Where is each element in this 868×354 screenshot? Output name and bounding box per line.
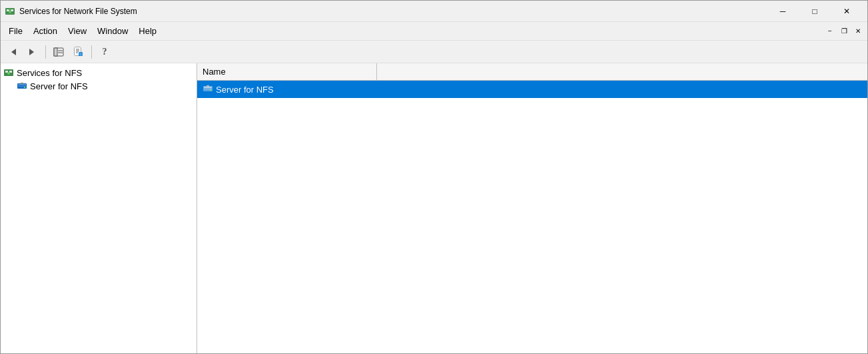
forward-button[interactable] bbox=[23, 43, 42, 61]
close-icon: ✕ bbox=[843, 7, 850, 16]
list-cell-name: Server for NFS bbox=[197, 81, 377, 98]
mdi-restore-icon: ❐ bbox=[841, 27, 847, 35]
server-nfs-list-icon bbox=[203, 83, 213, 96]
properties-icon: i bbox=[73, 47, 84, 57]
menu-bar-controls: − ❐ ✕ bbox=[823, 25, 865, 37]
maximize-icon: □ bbox=[812, 7, 817, 16]
menu-action[interactable]: Action bbox=[28, 24, 63, 38]
minimize-button[interactable]: ─ bbox=[767, 3, 798, 19]
svg-point-19 bbox=[7, 72, 10, 75]
menu-file[interactable]: File bbox=[3, 24, 28, 38]
back-icon bbox=[9, 49, 16, 55]
svg-rect-21 bbox=[18, 84, 26, 85]
server-nfs-tree-icon bbox=[17, 81, 27, 91]
mdi-minimize-button[interactable]: − bbox=[823, 25, 837, 37]
app-icon bbox=[5, 6, 15, 17]
tree-panel: Services for NFS Server for NFS bbox=[1, 63, 197, 353]
list-row[interactable]: Server for NFS bbox=[197, 81, 867, 98]
svg-rect-4 bbox=[9, 9, 11, 10]
properties-button[interactable]: i bbox=[69, 43, 88, 61]
maximize-button[interactable]: □ bbox=[799, 3, 830, 19]
svg-rect-22 bbox=[18, 86, 26, 87]
show-hide-console-tree-button[interactable] bbox=[49, 43, 68, 61]
tree-item-server-nfs[interactable]: Server for NFS bbox=[1, 79, 197, 93]
svg-point-23 bbox=[24, 87, 25, 88]
toolbar-separator-2 bbox=[91, 45, 92, 59]
svg-point-28 bbox=[210, 89, 211, 91]
svg-rect-24 bbox=[21, 83, 23, 84]
tree-child-label: Server for NFS bbox=[30, 81, 88, 91]
svg-text:i: i bbox=[80, 52, 81, 56]
minimize-icon: ─ bbox=[780, 7, 786, 16]
forward-icon bbox=[29, 49, 36, 55]
back-button[interactable] bbox=[3, 43, 22, 61]
svg-point-3 bbox=[9, 11, 11, 13]
help-icon: ? bbox=[103, 47, 107, 57]
title-bar: Services for Network File System ─ □ ✕ bbox=[1, 1, 867, 22]
nfs-root-icon bbox=[3, 67, 14, 78]
svg-rect-26 bbox=[204, 87, 212, 88]
menu-help[interactable]: Help bbox=[133, 24, 162, 38]
list-panel: Name S bbox=[197, 63, 867, 353]
svg-rect-27 bbox=[204, 89, 212, 89]
title-bar-controls: ─ □ ✕ bbox=[767, 3, 862, 19]
list-header: Name bbox=[197, 63, 867, 81]
window-title: Services for Network File System bbox=[19, 7, 137, 16]
title-bar-left: Services for Network File System bbox=[5, 6, 137, 17]
list-body: Server for NFS bbox=[197, 81, 867, 98]
close-button[interactable]: ✕ bbox=[831, 3, 862, 19]
toolbar: i ? bbox=[1, 41, 867, 63]
mdi-restore-button[interactable]: ❐ bbox=[837, 25, 851, 37]
toolbar-separator-1 bbox=[45, 45, 46, 59]
svg-rect-6 bbox=[54, 48, 57, 56]
mdi-close-icon: ✕ bbox=[855, 27, 861, 35]
menu-bar: File Action View Window Help − ❐ ✕ bbox=[1, 22, 867, 41]
column-header-name[interactable]: Name bbox=[197, 63, 377, 80]
svg-rect-18 bbox=[9, 71, 12, 73]
svg-rect-17 bbox=[5, 71, 8, 73]
console-tree-icon bbox=[53, 47, 64, 57]
list-item-label: Server for NFS bbox=[216, 85, 274, 95]
help-button[interactable]: ? bbox=[95, 43, 114, 61]
main-window: Services for Network File System ─ □ ✕ F… bbox=[0, 0, 868, 354]
mdi-minimize-icon: − bbox=[828, 27, 832, 35]
menu-window[interactable]: Window bbox=[92, 24, 133, 38]
mdi-close-button[interactable]: ✕ bbox=[851, 25, 865, 37]
main-content: Services for NFS Server for NFS bbox=[1, 63, 867, 353]
svg-rect-29 bbox=[207, 85, 209, 87]
menu-view[interactable]: View bbox=[63, 24, 92, 38]
tree-root-label: Services for NFS bbox=[17, 68, 82, 78]
tree-item-root[interactable]: Services for NFS bbox=[1, 66, 197, 79]
